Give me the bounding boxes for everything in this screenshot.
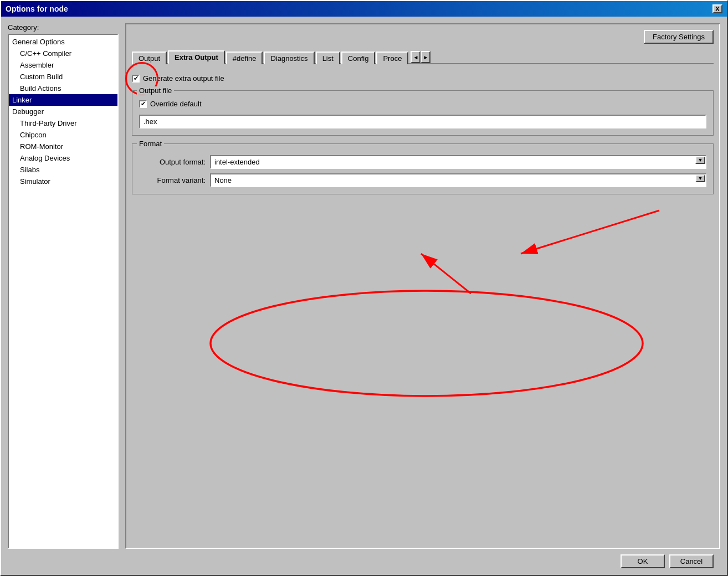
category-item-cpp-compiler[interactable]: C/C++ Compiler	[9, 48, 117, 59]
category-item-analog-devices[interactable]: Analog Devices	[9, 152, 117, 164]
generate-checkbox-row: Generate extra output file	[132, 74, 714, 83]
output-file-group: Output file Override default	[132, 90, 714, 136]
category-item-rom-monitor[interactable]: ROM-Monitor	[9, 141, 117, 152]
output-file-input[interactable]	[139, 115, 706, 128]
format-variant-row: Format variant: None ▼	[139, 173, 706, 187]
output-file-legend: Output file	[137, 86, 174, 95]
factory-settings-row: Factory Settings	[132, 30, 714, 44]
format-variant-label: Format variant:	[139, 176, 206, 184]
category-item-assembler[interactable]: Assembler	[9, 59, 117, 71]
generate-extra-output-checkbox[interactable]	[132, 75, 140, 83]
dialog-footer: OK Cancel	[8, 549, 720, 568]
cancel-button[interactable]: Cancel	[669, 554, 714, 568]
format-variant-select[interactable]: None ▼	[210, 173, 706, 187]
category-panel: Category: General OptionsC/C++ CompilerA…	[8, 23, 119, 549]
format-legend: Format	[137, 140, 164, 148]
file-input-container	[139, 115, 706, 128]
tab-prev-button[interactable]: ◄	[411, 51, 421, 63]
title-bar: Options for node X	[1, 1, 727, 17]
tab-content: Generate extra output file Output file O…	[132, 70, 714, 542]
tabs-row: OutputExtra Output#defineDiagnosticsList…	[132, 49, 714, 64]
output-format-row: Output format: intel-extended ▼	[139, 155, 706, 169]
output-format-select[interactable]: intel-extended ▼	[210, 155, 706, 169]
category-item-chipcon[interactable]: Chipcon	[9, 129, 117, 141]
tab-diagnostics[interactable]: Diagnostics	[264, 52, 314, 64]
category-item-general-options[interactable]: General Options	[9, 36, 117, 48]
tab-next-button[interactable]: ►	[421, 51, 430, 63]
output-format-dropdown-arrow[interactable]: ▼	[695, 156, 705, 164]
format-group: Format Output format: intel-extended ▼	[132, 143, 714, 194]
category-list: General OptionsC/C++ CompilerAssemblerCu…	[8, 34, 119, 549]
factory-settings-button[interactable]: Factory Settings	[644, 30, 714, 44]
format-variant-dropdown-arrow[interactable]: ▼	[695, 174, 705, 182]
category-item-debugger[interactable]: Debugger	[9, 106, 117, 117]
category-item-linker[interactable]: Linker	[9, 94, 117, 106]
override-checkbox-row: Override default	[139, 97, 706, 110]
output-format-label: Output format:	[139, 158, 206, 166]
close-button[interactable]: X	[712, 4, 722, 13]
category-item-custom-build[interactable]: Custom Build	[9, 71, 117, 83]
tab-list[interactable]: List	[316, 52, 340, 64]
ok-button[interactable]: OK	[621, 554, 665, 568]
format-variant-value: None	[211, 174, 695, 186]
content-panel: Factory Settings OutputExtra Output#defi…	[125, 23, 720, 549]
tab-config[interactable]: Config	[341, 52, 376, 64]
override-default-checkbox[interactable]	[139, 100, 147, 108]
tab-output[interactable]: Output	[132, 52, 167, 64]
window-title: Options for node	[6, 4, 68, 13]
tab-extra-output[interactable]: Extra Output	[168, 50, 225, 64]
output-format-value: intel-extended	[211, 156, 695, 168]
category-item-build-actions[interactable]: Build Actions	[9, 83, 117, 94]
generate-extra-output-label: Generate extra output file	[143, 74, 224, 83]
category-item-silabs[interactable]: Silabs	[9, 164, 117, 176]
category-item-simulator[interactable]: Simulator	[9, 176, 117, 187]
category-item-third-party-driver[interactable]: Third-Party Driver	[9, 117, 117, 129]
tab-define[interactable]: #define	[226, 52, 263, 64]
category-label: Category:	[8, 23, 119, 32]
tab-proce[interactable]: Proce	[376, 52, 408, 64]
tab-nav-group: ◄ ►	[411, 51, 430, 63]
override-default-label: Override default	[150, 100, 202, 108]
